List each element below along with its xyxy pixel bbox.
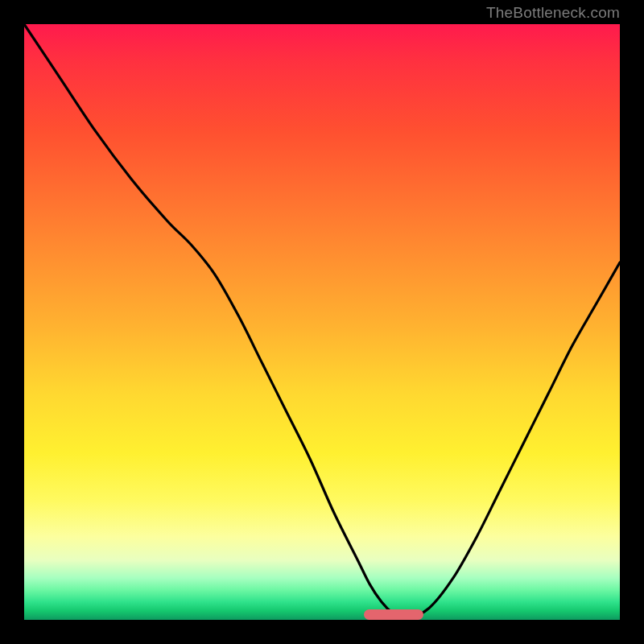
plot-area [24, 24, 620, 620]
chart-frame: TheBottleneck.com [0, 0, 644, 644]
bottleneck-curve [24, 24, 620, 620]
optimal-range-marker [364, 609, 423, 620]
watermark-text: TheBottleneck.com [486, 4, 620, 22]
